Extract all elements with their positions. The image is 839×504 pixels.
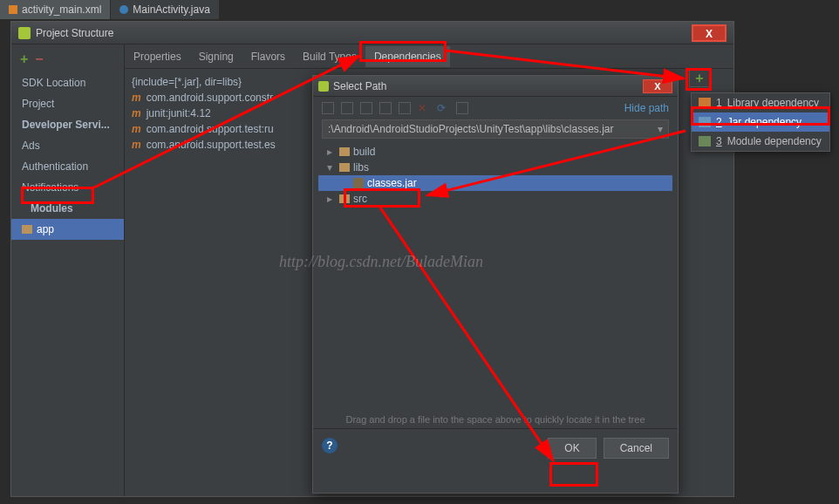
history-icon[interactable]: ▾ — [658, 123, 663, 135]
tab-activity-main[interactable]: activity_main.xml — [0, 0, 111, 19]
module-tabs: Properties Signing Flavors Build Types D… — [125, 44, 733, 69]
add-dependency-menu: 1 Library dependency 2 Jar dependency 3 … — [691, 92, 830, 152]
tree-node-libs[interactable]: ▾ libs — [318, 160, 672, 175]
module-icon — [699, 136, 711, 146]
favorite-icon[interactable] — [379, 102, 392, 114]
folder-icon — [22, 225, 32, 234]
maven-icon: m — [132, 123, 141, 135]
select-path-dialog: Select Path X ✕ ⟳ Hide path :\Android\An… — [312, 75, 679, 494]
add-dependency-button[interactable]: + — [689, 70, 710, 87]
editor-tabs: activity_main.xml MainActivity.java — [0, 0, 220, 19]
ok-button[interactable]: OK — [548, 438, 596, 459]
nav-modules-header: Modules — [11, 198, 124, 219]
add-module-button[interactable]: + — [20, 51, 28, 67]
android-icon — [318, 81, 329, 92]
maven-icon: m — [132, 139, 141, 151]
expand-icon[interactable]: ▸ — [327, 193, 336, 205]
dialog-titlebar: Select Path X — [313, 76, 678, 97]
refresh-icon[interactable]: ⟳ — [437, 102, 449, 114]
nav-sdk-location[interactable]: SDK Location — [11, 72, 124, 93]
maven-icon: m — [132, 107, 141, 119]
close-button[interactable]: X — [643, 79, 672, 93]
expand-icon[interactable]: ▸ — [327, 146, 336, 158]
remove-module-button[interactable]: − — [35, 51, 43, 67]
nav-ads[interactable]: Ads — [11, 135, 124, 156]
nav-project[interactable]: Project — [11, 93, 124, 114]
close-button[interactable]: X — [692, 24, 726, 42]
path-text: :\Android\AndroidStudioProjects\UnityTes… — [328, 123, 614, 135]
path-field[interactable]: :\Android\AndroidStudioProjects\UnityTes… — [322, 119, 669, 139]
folder-icon — [339, 163, 350, 172]
file-tree: ▸ build ▾ libs classes.jar ▸ src — [313, 144, 678, 405]
tab-main-activity[interactable]: MainActivity.java — [111, 0, 219, 19]
module-icon[interactable] — [360, 102, 372, 114]
hide-path-link[interactable]: Hide path — [624, 102, 669, 114]
help-button[interactable]: ? — [322, 438, 338, 453]
menu-jar-dependency[interactable]: 2 Jar dependency — [692, 112, 829, 132]
delete-icon[interactable]: ✕ — [418, 102, 430, 114]
tab-dependencies[interactable]: Dependencies — [365, 46, 450, 67]
tree-node-src[interactable]: ▸ src — [318, 191, 672, 207]
home-icon[interactable] — [322, 102, 334, 114]
nav-authentication[interactable]: Authentication — [11, 156, 124, 177]
dialog-title: Select Path — [333, 80, 643, 92]
nav-notifications[interactable]: Notifications — [11, 177, 124, 198]
tab-build-types[interactable]: Build Types — [294, 46, 365, 67]
tree-node-classes-jar[interactable]: classes.jar — [318, 175, 672, 191]
menu-module-dependency[interactable]: 3 Module dependency — [692, 132, 829, 151]
window-titlebar: Project Structure X — [11, 22, 733, 44]
nav-developer-services[interactable]: Developer Servi... — [11, 114, 124, 135]
folder-icon — [339, 194, 350, 203]
java-icon — [119, 5, 128, 14]
library-icon — [699, 98, 711, 108]
android-icon — [18, 27, 31, 39]
menu-library-dependency[interactable]: 1 Library dependency — [692, 93, 829, 112]
show-hidden-icon[interactable] — [456, 102, 468, 114]
cancel-button[interactable]: Cancel — [604, 438, 669, 459]
left-nav: + − SDK Location Project Developer Servi… — [11, 44, 125, 496]
nav-app-module[interactable]: app — [11, 219, 124, 240]
nav-label: app — [37, 223, 54, 235]
collapse-icon[interactable]: ▾ — [327, 161, 336, 174]
project-icon[interactable] — [341, 102, 353, 114]
window-title: Project Structure — [36, 27, 692, 39]
dialog-toolbar: ✕ ⟳ Hide path — [313, 97, 678, 119]
maven-icon: m — [132, 92, 141, 104]
jar-icon — [699, 117, 711, 127]
tab-signing[interactable]: Signing — [190, 46, 242, 67]
tab-label: MainActivity.java — [133, 3, 209, 16]
xml-icon — [9, 5, 17, 14]
tab-flavors[interactable]: Flavors — [242, 46, 294, 67]
tab-properties[interactable]: Properties — [125, 46, 190, 67]
tree-node-build[interactable]: ▸ build — [318, 144, 672, 160]
tab-label: activity_main.xml — [22, 3, 101, 16]
new-folder-icon[interactable] — [399, 102, 411, 114]
jar-file-icon — [353, 178, 364, 188]
hint-text: Drag and drop a file into the space abov… — [313, 411, 678, 428]
folder-icon — [339, 147, 350, 156]
